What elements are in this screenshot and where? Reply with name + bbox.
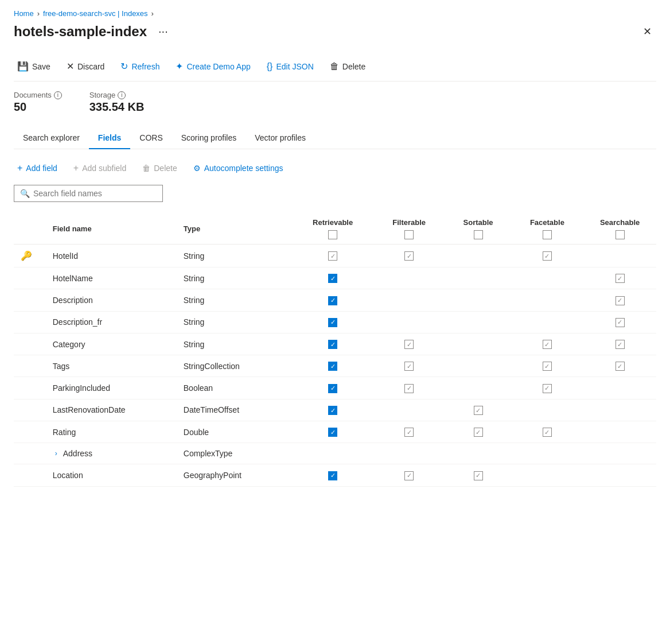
checkbox[interactable] xyxy=(404,471,414,480)
tab-search-explorer[interactable]: Search explorer xyxy=(14,127,89,149)
table-row: 🔑 HotelId String xyxy=(14,245,656,267)
checkbox[interactable] xyxy=(328,362,337,371)
field-name-cell: HotelId xyxy=(46,245,177,267)
searchable-cell xyxy=(583,333,656,355)
documents-info-icon[interactable]: i xyxy=(54,91,62,99)
checkbox[interactable] xyxy=(328,318,337,327)
field-name: Rating xyxy=(53,428,76,437)
save-button[interactable]: 💾 Save xyxy=(14,59,54,74)
checkbox[interactable] xyxy=(328,428,337,437)
checkbox[interactable] xyxy=(543,428,552,437)
page-title: hotels-sample-index xyxy=(14,24,147,40)
checkbox[interactable] xyxy=(474,428,483,437)
header-facetable-checkbox[interactable] xyxy=(543,230,552,239)
field-name-cell: ParkingIncluded xyxy=(46,377,177,399)
searchable-cell xyxy=(583,311,656,333)
checkbox[interactable] xyxy=(404,362,414,371)
table-row: Category String xyxy=(14,333,656,355)
field-name-cell: Category xyxy=(46,333,177,355)
search-field-names-input[interactable] xyxy=(33,189,157,198)
facetable-cell xyxy=(511,245,584,267)
field-name: Address xyxy=(63,449,92,458)
field-name-cell: Tags xyxy=(46,355,177,377)
breadcrumb-home[interactable]: Home xyxy=(14,9,34,18)
checkbox[interactable] xyxy=(616,274,625,283)
field-type: ComplexType xyxy=(184,449,233,458)
autocomplete-settings-button[interactable]: ⚙ Autocomplete settings xyxy=(190,161,287,175)
tab-scoring-profiles[interactable]: Scoring profiles xyxy=(172,127,246,149)
header-sortable-checkbox[interactable] xyxy=(474,230,483,239)
storage-label: Storage xyxy=(89,91,116,99)
icon-cell xyxy=(14,289,46,311)
checkbox[interactable] xyxy=(328,384,337,393)
checkbox[interactable] xyxy=(404,384,414,393)
checkbox[interactable] xyxy=(543,362,552,371)
facetable-cell xyxy=(511,377,584,399)
sortable-cell xyxy=(446,399,511,421)
checkbox[interactable] xyxy=(404,428,414,437)
checkbox[interactable] xyxy=(616,318,625,327)
add-field-button[interactable]: + Add field xyxy=(14,161,61,176)
save-icon: 💾 xyxy=(17,61,29,72)
checkbox[interactable] xyxy=(404,340,414,349)
checkbox[interactable] xyxy=(543,384,552,393)
breadcrumb: Home › free-demo-search-svc | Indexes › xyxy=(14,9,656,18)
checkbox[interactable] xyxy=(543,251,552,261)
discard-button[interactable]: ✕ Discard xyxy=(63,59,108,74)
edit-json-button[interactable]: {} Edit JSON xyxy=(263,59,317,74)
storage-info-icon[interactable]: i xyxy=(118,91,126,99)
tab-vector-profiles[interactable]: Vector profiles xyxy=(246,127,315,149)
checkbox[interactable] xyxy=(616,340,625,349)
retrievable-cell xyxy=(293,464,372,486)
checkbox[interactable] xyxy=(543,340,552,349)
field-name-cell: LastRenovationDate xyxy=(46,399,177,421)
expand-button[interactable]: › xyxy=(53,449,60,457)
key-icon: 🔑 xyxy=(21,251,32,261)
tab-fields[interactable]: Fields xyxy=(89,127,130,149)
table-row: LastRenovationDate DateTimeOffset xyxy=(14,399,656,421)
checkbox[interactable] xyxy=(474,406,483,415)
th-field-name: Field name xyxy=(46,214,177,245)
retrievable-cell xyxy=(293,399,372,421)
sortable-cell xyxy=(446,355,511,377)
delete-field-button[interactable]: 🗑 Delete xyxy=(139,161,180,175)
field-type-cell: ComplexType xyxy=(177,443,293,464)
icon-cell xyxy=(14,377,46,399)
create-demo-app-button[interactable]: ✦ Create Demo App xyxy=(172,59,254,74)
filterable-cell xyxy=(373,355,446,377)
tab-cors[interactable]: CORS xyxy=(130,127,172,149)
checkbox[interactable] xyxy=(328,406,337,415)
header-retrievable-checkbox[interactable] xyxy=(328,230,337,239)
header-searchable-checkbox[interactable] xyxy=(616,230,625,239)
documents-label: Documents xyxy=(14,91,52,99)
checkbox[interactable] xyxy=(328,251,337,261)
close-button[interactable]: ✕ xyxy=(638,23,656,40)
checkbox[interactable] xyxy=(616,362,625,371)
checkbox[interactable] xyxy=(328,340,337,349)
checkbox[interactable] xyxy=(328,471,337,480)
field-type-cell: String xyxy=(177,289,293,311)
ellipsis-button[interactable]: ··· xyxy=(154,22,173,40)
searchable-cell xyxy=(583,245,656,267)
facetable-cell xyxy=(511,355,584,377)
breadcrumb-service[interactable]: free-demo-search-svc | Indexes xyxy=(43,9,148,18)
delete-button[interactable]: 🗑 Delete xyxy=(326,59,369,74)
refresh-icon: ↻ xyxy=(120,61,128,72)
checkbox[interactable] xyxy=(404,251,414,261)
facetable-cell xyxy=(511,267,584,289)
checkbox[interactable] xyxy=(474,471,483,480)
refresh-button[interactable]: ↻ Refresh xyxy=(117,59,163,74)
table-header-row: Field name Type Retrievable Filterable xyxy=(14,214,656,245)
add-subfield-button[interactable]: + Add subfield xyxy=(70,161,130,176)
sortable-cell xyxy=(446,464,511,486)
field-name-cell: HotelName xyxy=(46,267,177,289)
header-filterable-checkbox[interactable] xyxy=(404,230,414,239)
sortable-cell xyxy=(446,443,511,464)
sortable-cell xyxy=(446,289,511,311)
checkbox[interactable] xyxy=(328,296,337,305)
field-type: String xyxy=(184,251,205,261)
checkbox[interactable] xyxy=(328,274,337,283)
checkbox[interactable] xyxy=(616,296,625,305)
field-name: Category xyxy=(53,340,85,349)
storage-value: 335.54 KB xyxy=(89,100,145,114)
